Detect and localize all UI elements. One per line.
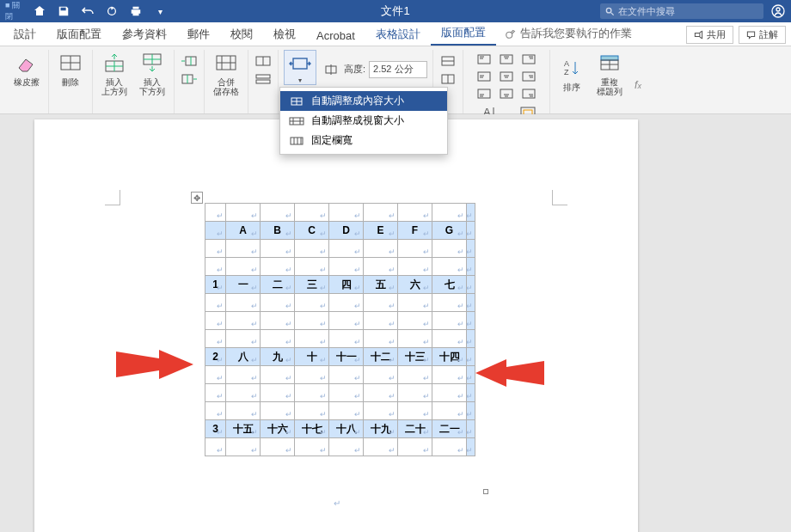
repeat-header-button[interactable]: 重複 標題列: [593, 50, 626, 96]
autofit-contents-icon: [289, 95, 304, 107]
annotation-arrow-right: [475, 353, 544, 393]
align-mr-icon[interactable]: [519, 69, 538, 84]
align-tr-icon[interactable]: [519, 52, 538, 67]
align-mc-icon[interactable]: [497, 69, 516, 84]
autofit-dropdown: 自動調整成內容大小 自動調整成視窗大小 固定欄寬: [279, 87, 448, 155]
insert-row-below-button[interactable]: 插入 下方列: [136, 50, 169, 96]
save-icon[interactable]: [53, 2, 74, 21]
undo-icon[interactable]: [77, 2, 98, 21]
table-row: ↵↵↵↵↵↵↵↵↵: [205, 402, 475, 420]
align-ml-icon[interactable]: [475, 69, 494, 84]
table-row: ↵↵↵↵↵↵↵↵↵: [205, 240, 475, 258]
svg-text:Z: Z: [564, 68, 569, 76]
insert-col-left-icon[interactable]: [180, 53, 199, 69]
table-row: 2↵ 八↵ 九↵ 十↵ 十一↵ 十二↵ 十三↵ 十四↵ ↵: [205, 348, 475, 366]
autofit-window-item[interactable]: 自動調整成視窗大小: [280, 111, 447, 131]
document-area: ✥ ↵↵↵↵↵↵↵↵↵ ↵ A↵ B↵ C↵ D↵ E↵ F↵ G↵ ↵ ↵↵↵…: [0, 114, 791, 532]
margin-corner-tr: [552, 190, 567, 205]
svg-marker-37: [116, 350, 193, 379]
svg-rect-22: [500, 72, 512, 81]
fixed-width-icon: [289, 135, 304, 147]
svg-rect-23: [523, 72, 535, 81]
svg-rect-12: [256, 75, 270, 78]
table-resize-handle[interactable]: [483, 489, 488, 494]
print-icon[interactable]: [126, 2, 146, 21]
ribbon-tabs: 設計 版面配置 參考資料 郵件 校閱 檢視 Acrobat 表格設計 版面配置 …: [0, 22, 791, 46]
comments-button[interactable]: 註解: [739, 26, 786, 44]
page: ✥ ↵↵↵↵↵↵↵↵↵ ↵ A↵ B↵ C↵ D↵ E↵ F↵ G↵ ↵ ↵↵↵…: [34, 119, 638, 532]
tab-page-layout[interactable]: 版面配置: [46, 22, 112, 46]
svg-rect-14: [293, 58, 307, 69]
dist-rows-icon[interactable]: [438, 53, 457, 69]
svg-rect-13: [256, 80, 270, 83]
table-row: ↵↵↵↵↵↵↵↵↵: [205, 204, 475, 222]
share-button[interactable]: 共用: [686, 26, 733, 44]
search-box[interactable]: 在文件中搜尋: [600, 3, 763, 19]
tab-review[interactable]: 校閱: [220, 22, 263, 46]
table-row: ↵↵↵↵↵↵↵↵↵: [205, 258, 475, 276]
align-tl-icon[interactable]: [475, 52, 494, 67]
tab-view[interactable]: 檢視: [263, 22, 306, 46]
table-row: ↵↵↵↵↵↵↵↵↵: [205, 330, 475, 348]
svg-rect-32: [601, 56, 618, 60]
eraser-button[interactable]: 橡皮擦: [10, 50, 43, 87]
insert-row-above-button[interactable]: 插入 上方列: [98, 50, 131, 96]
qat-more-icon[interactable]: ▾: [150, 2, 170, 21]
title-bar: ■ 關閉 ▾ 文件1 在文件中搜尋: [0, 0, 791, 22]
tab-table-design[interactable]: 表格設計: [365, 22, 431, 46]
table-row: ↵↵↵↵↵↵↵↵↵: [205, 366, 475, 384]
align-tc-icon[interactable]: [497, 52, 516, 67]
row-height-icon: [322, 62, 340, 77]
tab-references[interactable]: 參考資料: [112, 22, 177, 46]
table-move-handle[interactable]: ✥: [191, 192, 203, 204]
tell-me[interactable]: 告訴我您要執行的作業: [496, 21, 641, 46]
dist-cols-icon[interactable]: [438, 71, 457, 87]
split-cells-icon[interactable]: [254, 53, 273, 69]
logo-menu[interactable]: ■ 關閉: [5, 2, 26, 21]
svg-rect-21: [478, 72, 490, 81]
tab-acrobat[interactable]: Acrobat: [306, 25, 365, 46]
sort-button[interactable]: AZ 排序: [555, 55, 588, 92]
annotation-arrow-left: [116, 343, 193, 386]
merge-cells-button[interactable]: 合併 儲存格: [210, 50, 242, 96]
table-row: 1↵ 一↵ 二↵ 三↵ 四↵ 五↵ 六↵ 七↵ ↵: [205, 276, 475, 294]
redo-icon[interactable]: [101, 2, 122, 21]
svg-marker-38: [475, 359, 544, 387]
tab-mailings[interactable]: 郵件: [177, 22, 220, 46]
tab-table-layout[interactable]: 版面配置: [431, 21, 496, 46]
svg-point-3: [776, 8, 780, 11]
table-row: ↵↵↵↵↵↵↵↵↵: [205, 294, 475, 312]
document-title: 文件1: [381, 3, 409, 19]
formula-button[interactable]: fx: [635, 79, 641, 91]
autofit-button[interactable]: ▾: [284, 50, 316, 85]
table-row: ↵↵↵↵↵↵↵↵↵: [205, 312, 475, 330]
split-table-icon[interactable]: [254, 71, 273, 87]
delete-button[interactable]: 刪除: [54, 50, 87, 87]
svg-text:A: A: [564, 59, 569, 68]
align-bl-icon[interactable]: [475, 86, 494, 101]
table-row: ↵↵↵↵↵↵↵↵↵: [205, 438, 475, 456]
search-placeholder: 在文件中搜尋: [618, 5, 675, 18]
autofit-window-icon: [289, 115, 304, 127]
tab-design[interactable]: 設計: [3, 22, 46, 46]
row-height-input[interactable]: 2.52 公分: [369, 61, 427, 78]
align-br-icon[interactable]: [519, 86, 538, 101]
svg-point-1: [606, 8, 611, 13]
home-icon[interactable]: [29, 2, 50, 21]
paragraph-mark: ↵: [334, 498, 340, 508]
autofit-contents-item[interactable]: 自動調整成內容大小: [280, 91, 447, 111]
user-icon[interactable]: [770, 3, 786, 19]
fixed-width-item[interactable]: 固定欄寬: [280, 131, 447, 150]
table-row: ↵↵↵↵↵↵↵↵↵: [205, 384, 475, 402]
table-row: ↵ A↵ B↵ C↵ D↵ E↵ F↵ G↵ ↵: [205, 222, 475, 240]
margin-corner-tl: [105, 190, 120, 205]
document-table[interactable]: ↵↵↵↵↵↵↵↵↵ ↵ A↵ B↵ C↵ D↵ E↵ F↵ G↵ ↵ ↵↵↵↵↵…: [205, 203, 475, 456]
svg-point-4: [506, 32, 512, 38]
align-bc-icon[interactable]: [497, 86, 516, 101]
height-label: 高度:: [344, 63, 365, 76]
insert-col-right-icon[interactable]: [180, 71, 199, 87]
table-row: 3↵ 十五↵ 十六↵ 十七↵ 十八↵ 十九↵ 二十↵ 二一↵ ↵: [205, 420, 475, 438]
